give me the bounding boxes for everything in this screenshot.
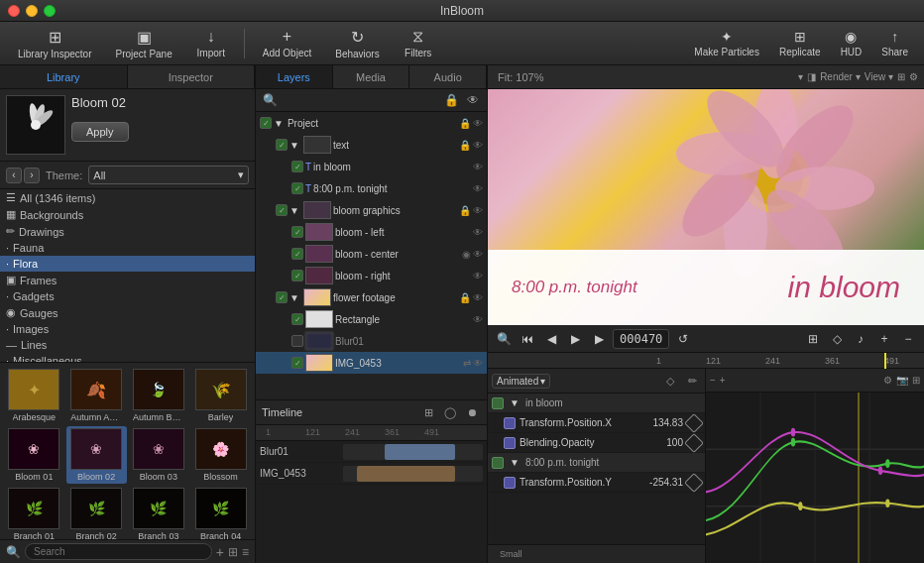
tab-media[interactable]: Media xyxy=(333,65,410,88)
thumb-autumn-aspen[interactable]: 🍂 Autumn Aspen xyxy=(66,367,127,424)
tab-audio[interactable]: Audio xyxy=(409,65,487,88)
minimize-button[interactable] xyxy=(26,5,38,17)
curve-options-icon[interactable]: ⚙ xyxy=(883,375,892,386)
filters-button[interactable]: ⧖ Filters xyxy=(394,24,443,62)
keyframe-options-icon[interactable]: ◇ xyxy=(827,329,847,349)
library-button[interactable]: ⊞ Library Inspector xyxy=(8,24,101,63)
layer-checkbox[interactable]: ✓ xyxy=(291,248,303,260)
thumb-bloom02[interactable]: ❀ Bloom 02 xyxy=(66,426,127,484)
layer-checkbox[interactable]: ✓ xyxy=(291,357,303,369)
play-button[interactable]: ▶ xyxy=(565,329,585,349)
timeline-track-blur01[interactable] xyxy=(343,444,483,460)
kf-checkbox[interactable] xyxy=(504,417,516,429)
kf-checkbox[interactable] xyxy=(504,477,516,489)
color-mode-button[interactable]: ◨ xyxy=(807,71,816,82)
view-button[interactable]: View ▾ xyxy=(865,71,893,82)
loop-button[interactable]: ↺ xyxy=(673,329,693,349)
layer-rectangle[interactable]: ✓ Rectangle 👁 xyxy=(256,308,487,330)
nav-forward-button[interactable]: › xyxy=(24,168,40,183)
layer-checkbox[interactable] xyxy=(291,335,303,347)
cat-item-gadgets[interactable]: ·Gadgets xyxy=(0,288,255,304)
curve-zoom-in[interactable]: + xyxy=(720,375,726,386)
layer-8pm[interactable]: ✓ T 8:00 p.m. tonight 👁 xyxy=(256,177,487,199)
window-settings-icon[interactable]: ⊞ xyxy=(897,71,905,82)
layer-checkbox[interactable]: ✓ xyxy=(291,313,303,325)
cat-item-all[interactable]: ☰All (1346 items) xyxy=(0,189,255,206)
add-object-button[interactable]: + Add Object xyxy=(253,24,321,62)
grid-icon[interactable]: ⊞ xyxy=(228,545,238,559)
cat-item-fauna[interactable]: ·Fauna xyxy=(0,240,255,256)
close-button[interactable] xyxy=(8,5,20,17)
playhead[interactable] xyxy=(884,353,886,369)
layer-checkbox[interactable]: ✓ xyxy=(276,291,288,303)
kf-diamond[interactable] xyxy=(684,413,704,433)
thumb-branch03[interactable]: 🌿 Branch 03 xyxy=(129,486,189,539)
tab-library[interactable]: Library xyxy=(0,65,128,88)
project-pane-button[interactable]: ▣ Project Pane xyxy=(105,24,181,63)
kf-edit-btn[interactable]: ✏ xyxy=(683,372,701,390)
layer-in-bloom[interactable]: ✓ T in bloom 👁 xyxy=(256,156,487,177)
curve-expand-icon[interactable]: ⊞ xyxy=(912,375,920,386)
audio-icon[interactable]: ♪ xyxy=(851,329,870,349)
theme-select[interactable]: All ▾ xyxy=(88,166,249,184)
thumb-blossom[interactable]: 🌸 Blossom xyxy=(190,426,251,484)
thumb-branch04[interactable]: 🌿 Branch 04 xyxy=(190,486,251,539)
search-layers-button[interactable]: 🔍 xyxy=(260,91,280,109)
cat-item-misc[interactable]: ·Miscellaneous xyxy=(0,353,255,363)
layer-checkbox[interactable]: ✓ xyxy=(291,182,303,194)
view-options-icon[interactable]: ⊞ xyxy=(803,329,823,349)
kf-checkbox[interactable] xyxy=(492,457,504,469)
thumb-autumn-border[interactable]: 🍃 Autumn Border xyxy=(129,367,189,424)
thumb-arabesque[interactable]: ✦ Arabesque xyxy=(4,367,64,424)
rewind-button[interactable]: ⏮ xyxy=(518,329,537,349)
thumb-branch02[interactable]: 🌿 Branch 02 xyxy=(66,486,127,539)
make-particles-button[interactable]: ✦ Make Particles xyxy=(686,25,767,61)
cat-item-images[interactable]: ·Images xyxy=(0,321,255,337)
search-btn[interactable]: 🔍 xyxy=(494,329,514,349)
cat-item-lines[interactable]: —Lines xyxy=(0,337,255,353)
thumb-barley[interactable]: 🌾 Barley xyxy=(190,367,251,424)
kf-diamond[interactable] xyxy=(684,433,704,453)
share-button[interactable]: ↑ Share xyxy=(873,25,916,61)
forward-frame-button[interactable]: ▶ xyxy=(589,329,609,349)
behaviors-button[interactable]: ↻ Behaviors xyxy=(325,24,389,63)
kf-diamond[interactable] xyxy=(684,473,704,493)
cat-item-drawings[interactable]: ✏Drawings xyxy=(0,223,255,240)
settings-icon[interactable]: ⚙ xyxy=(909,71,918,82)
cat-item-backgrounds[interactable]: ▦Backgrounds xyxy=(0,206,255,223)
layer-text-group[interactable]: ✓ ▼ text 🔒👁 xyxy=(256,134,487,156)
kf-checkbox[interactable] xyxy=(504,437,516,449)
tab-layers[interactable]: Layers xyxy=(256,65,333,88)
zoom-in-icon[interactable]: + xyxy=(874,329,894,349)
layer-bloom-left[interactable]: ✓ bloom - left 👁 xyxy=(256,221,487,243)
animated-select[interactable]: Animated ▾ xyxy=(492,374,550,389)
render-button[interactable]: Render ▾ xyxy=(820,71,861,82)
maximize-button[interactable] xyxy=(44,5,56,17)
tab-inspector[interactable]: Inspector xyxy=(128,65,256,88)
timeline-record-icon[interactable]: ⏺ xyxy=(463,403,481,421)
timeline-track-img0453[interactable] xyxy=(343,466,483,482)
layer-bloom-center[interactable]: ✓ bloom - center ◉👁 xyxy=(256,243,487,265)
channel-selector[interactable]: ▾ xyxy=(798,71,803,82)
layer-checkbox[interactable]: ✓ xyxy=(260,117,272,129)
add-icon[interactable]: + xyxy=(216,544,224,560)
layer-flower-footage[interactable]: ✓ ▼ flower footage 🔒👁 xyxy=(256,286,487,308)
layer-checkbox[interactable]: ✓ xyxy=(276,139,288,151)
thumb-bloom03[interactable]: ❀ Bloom 03 xyxy=(129,426,189,484)
window-controls[interactable] xyxy=(8,5,56,17)
nav-back-button[interactable]: ‹ xyxy=(6,168,22,183)
curve-zoom-out[interactable]: − xyxy=(710,375,716,386)
layer-checkbox[interactable]: ✓ xyxy=(291,161,303,172)
timeline-loop-icon[interactable]: ◯ xyxy=(441,403,459,421)
layer-bloom-right[interactable]: ✓ bloom - right 👁 xyxy=(256,265,487,286)
apply-button[interactable]: Apply xyxy=(71,122,129,142)
thumb-bloom01[interactable]: ❀ Bloom 01 xyxy=(4,426,64,484)
zoom-out-icon[interactable]: − xyxy=(898,329,918,349)
cat-item-gauges[interactable]: ◉Gauges xyxy=(0,304,255,321)
layer-checkbox[interactable]: ✓ xyxy=(291,226,303,238)
hud-button[interactable]: ◉ HUD xyxy=(833,25,870,61)
back-frame-button[interactable]: ◀ xyxy=(541,329,561,349)
layer-project[interactable]: ✓ ▼ Project 🔒👁 xyxy=(256,112,487,134)
kf-options-btn[interactable]: ◇ xyxy=(661,372,679,390)
layer-checkbox[interactable]: ✓ xyxy=(291,270,303,282)
